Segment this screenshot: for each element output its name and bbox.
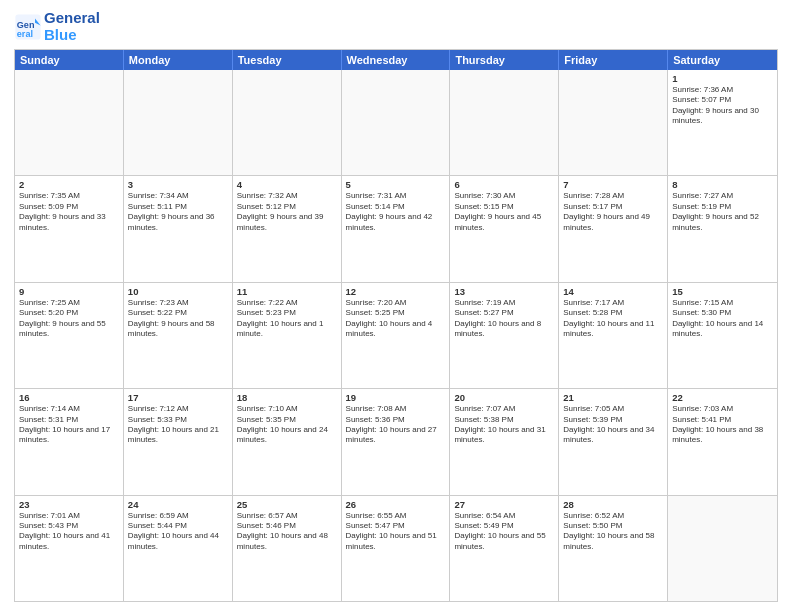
day-info: Sunrise: 6:55 AMSunset: 5:47 PMDaylight:…	[346, 511, 446, 553]
day-cell-15: 15Sunrise: 7:15 AMSunset: 5:30 PMDayligh…	[668, 283, 777, 388]
day-cell-7: 7Sunrise: 7:28 AMSunset: 5:17 PMDaylight…	[559, 176, 668, 281]
calendar-header: SundayMondayTuesdayWednesdayThursdayFrid…	[15, 50, 777, 70]
day-cell-1: 1Sunrise: 7:36 AMSunset: 5:07 PMDaylight…	[668, 70, 777, 175]
day-cell-11: 11Sunrise: 7:22 AMSunset: 5:23 PMDayligh…	[233, 283, 342, 388]
header-day-saturday: Saturday	[668, 50, 777, 70]
day-cell-12: 12Sunrise: 7:20 AMSunset: 5:25 PMDayligh…	[342, 283, 451, 388]
day-cell-4: 4Sunrise: 7:32 AMSunset: 5:12 PMDaylight…	[233, 176, 342, 281]
day-number: 20	[454, 392, 554, 403]
calendar: SundayMondayTuesdayWednesdayThursdayFrid…	[14, 49, 778, 602]
svg-text:eral: eral	[17, 28, 33, 38]
header: Gen eral General Blue	[14, 10, 778, 43]
day-info: Sunrise: 7:23 AMSunset: 5:22 PMDaylight:…	[128, 298, 228, 340]
header-day-wednesday: Wednesday	[342, 50, 451, 70]
day-number: 21	[563, 392, 663, 403]
week-row-5: 23Sunrise: 7:01 AMSunset: 5:43 PMDayligh…	[15, 495, 777, 601]
day-cell-2: 2Sunrise: 7:35 AMSunset: 5:09 PMDaylight…	[15, 176, 124, 281]
day-number: 9	[19, 286, 119, 297]
day-cell-10: 10Sunrise: 7:23 AMSunset: 5:22 PMDayligh…	[124, 283, 233, 388]
day-cell-9: 9Sunrise: 7:25 AMSunset: 5:20 PMDaylight…	[15, 283, 124, 388]
day-cell-28: 28Sunrise: 6:52 AMSunset: 5:50 PMDayligh…	[559, 496, 668, 601]
day-cell-21: 21Sunrise: 7:05 AMSunset: 5:39 PMDayligh…	[559, 389, 668, 494]
day-number: 27	[454, 499, 554, 510]
logo-general: General	[44, 10, 100, 27]
day-info: Sunrise: 7:36 AMSunset: 5:07 PMDaylight:…	[672, 85, 773, 127]
week-row-1: 1Sunrise: 7:36 AMSunset: 5:07 PMDaylight…	[15, 70, 777, 175]
day-cell-25: 25Sunrise: 6:57 AMSunset: 5:46 PMDayligh…	[233, 496, 342, 601]
day-number: 15	[672, 286, 773, 297]
day-number: 10	[128, 286, 228, 297]
day-number: 19	[346, 392, 446, 403]
week-row-3: 9Sunrise: 7:25 AMSunset: 5:20 PMDaylight…	[15, 282, 777, 388]
day-cell-5: 5Sunrise: 7:31 AMSunset: 5:14 PMDaylight…	[342, 176, 451, 281]
day-info: Sunrise: 6:54 AMSunset: 5:49 PMDaylight:…	[454, 511, 554, 553]
day-number: 22	[672, 392, 773, 403]
day-cell-17: 17Sunrise: 7:12 AMSunset: 5:33 PMDayligh…	[124, 389, 233, 494]
day-info: Sunrise: 7:12 AMSunset: 5:33 PMDaylight:…	[128, 404, 228, 446]
day-cell-19: 19Sunrise: 7:08 AMSunset: 5:36 PMDayligh…	[342, 389, 451, 494]
day-cell-13: 13Sunrise: 7:19 AMSunset: 5:27 PMDayligh…	[450, 283, 559, 388]
day-number: 2	[19, 179, 119, 190]
day-number: 1	[672, 73, 773, 84]
day-cell-14: 14Sunrise: 7:17 AMSunset: 5:28 PMDayligh…	[559, 283, 668, 388]
day-number: 7	[563, 179, 663, 190]
day-info: Sunrise: 7:22 AMSunset: 5:23 PMDaylight:…	[237, 298, 337, 340]
day-number: 17	[128, 392, 228, 403]
empty-cell	[124, 70, 233, 175]
day-cell-18: 18Sunrise: 7:10 AMSunset: 5:35 PMDayligh…	[233, 389, 342, 494]
day-cell-26: 26Sunrise: 6:55 AMSunset: 5:47 PMDayligh…	[342, 496, 451, 601]
day-info: Sunrise: 7:07 AMSunset: 5:38 PMDaylight:…	[454, 404, 554, 446]
empty-cell	[233, 70, 342, 175]
day-number: 13	[454, 286, 554, 297]
day-number: 4	[237, 179, 337, 190]
day-info: Sunrise: 7:03 AMSunset: 5:41 PMDaylight:…	[672, 404, 773, 446]
day-number: 16	[19, 392, 119, 403]
header-day-monday: Monday	[124, 50, 233, 70]
day-number: 12	[346, 286, 446, 297]
day-info: Sunrise: 7:32 AMSunset: 5:12 PMDaylight:…	[237, 191, 337, 233]
day-info: Sunrise: 7:10 AMSunset: 5:35 PMDaylight:…	[237, 404, 337, 446]
day-cell-6: 6Sunrise: 7:30 AMSunset: 5:15 PMDaylight…	[450, 176, 559, 281]
day-cell-24: 24Sunrise: 6:59 AMSunset: 5:44 PMDayligh…	[124, 496, 233, 601]
day-cell-20: 20Sunrise: 7:07 AMSunset: 5:38 PMDayligh…	[450, 389, 559, 494]
header-day-thursday: Thursday	[450, 50, 559, 70]
day-number: 24	[128, 499, 228, 510]
day-cell-27: 27Sunrise: 6:54 AMSunset: 5:49 PMDayligh…	[450, 496, 559, 601]
empty-cell	[450, 70, 559, 175]
empty-cell	[15, 70, 124, 175]
day-number: 11	[237, 286, 337, 297]
page: Gen eral General Blue SundayMondayTuesda…	[0, 0, 792, 612]
day-cell-8: 8Sunrise: 7:27 AMSunset: 5:19 PMDaylight…	[668, 176, 777, 281]
day-number: 14	[563, 286, 663, 297]
logo-icon: Gen eral	[14, 13, 42, 41]
day-cell-3: 3Sunrise: 7:34 AMSunset: 5:11 PMDaylight…	[124, 176, 233, 281]
day-info: Sunrise: 7:08 AMSunset: 5:36 PMDaylight:…	[346, 404, 446, 446]
day-info: Sunrise: 7:30 AMSunset: 5:15 PMDaylight:…	[454, 191, 554, 233]
empty-cell	[668, 496, 777, 601]
day-number: 8	[672, 179, 773, 190]
day-cell-22: 22Sunrise: 7:03 AMSunset: 5:41 PMDayligh…	[668, 389, 777, 494]
day-info: Sunrise: 7:34 AMSunset: 5:11 PMDaylight:…	[128, 191, 228, 233]
day-number: 3	[128, 179, 228, 190]
header-day-sunday: Sunday	[15, 50, 124, 70]
week-row-2: 2Sunrise: 7:35 AMSunset: 5:09 PMDaylight…	[15, 175, 777, 281]
day-number: 18	[237, 392, 337, 403]
day-info: Sunrise: 6:59 AMSunset: 5:44 PMDaylight:…	[128, 511, 228, 553]
day-info: Sunrise: 7:05 AMSunset: 5:39 PMDaylight:…	[563, 404, 663, 446]
day-info: Sunrise: 7:27 AMSunset: 5:19 PMDaylight:…	[672, 191, 773, 233]
day-number: 25	[237, 499, 337, 510]
day-info: Sunrise: 7:01 AMSunset: 5:43 PMDaylight:…	[19, 511, 119, 553]
day-number: 23	[19, 499, 119, 510]
day-number: 26	[346, 499, 446, 510]
day-info: Sunrise: 7:19 AMSunset: 5:27 PMDaylight:…	[454, 298, 554, 340]
header-day-friday: Friday	[559, 50, 668, 70]
day-number: 5	[346, 179, 446, 190]
logo-blue: Blue	[44, 27, 100, 44]
day-info: Sunrise: 7:14 AMSunset: 5:31 PMDaylight:…	[19, 404, 119, 446]
day-info: Sunrise: 7:20 AMSunset: 5:25 PMDaylight:…	[346, 298, 446, 340]
day-cell-23: 23Sunrise: 7:01 AMSunset: 5:43 PMDayligh…	[15, 496, 124, 601]
logo: Gen eral General Blue	[14, 10, 100, 43]
day-info: Sunrise: 7:15 AMSunset: 5:30 PMDaylight:…	[672, 298, 773, 340]
day-info: Sunrise: 7:17 AMSunset: 5:28 PMDaylight:…	[563, 298, 663, 340]
calendar-body: 1Sunrise: 7:36 AMSunset: 5:07 PMDaylight…	[15, 70, 777, 601]
